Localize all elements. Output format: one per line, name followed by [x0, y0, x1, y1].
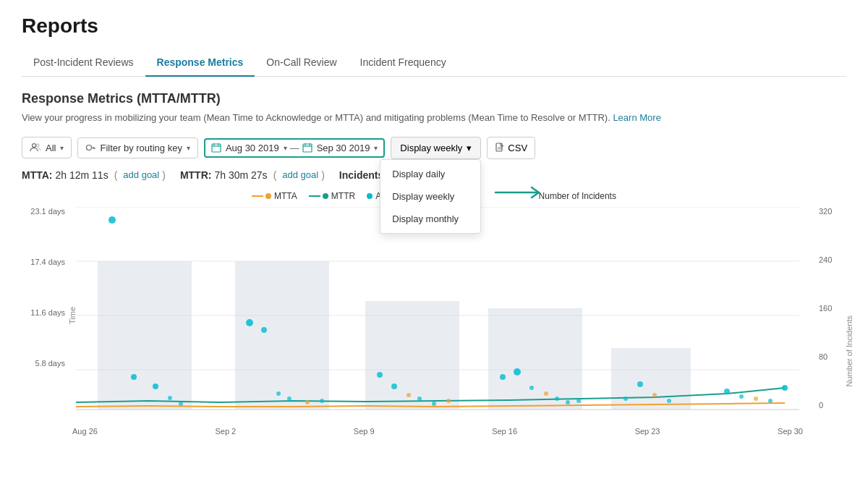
dot [624, 397, 628, 401]
team-filter-chevron: ▾ [60, 144, 64, 152]
bar-sep23 [611, 348, 691, 410]
mtta-value: 2h 12m 11s [56, 169, 109, 181]
svg-point-2 [87, 145, 92, 151]
date-range-group: Aug 30 2019 ▾ — Sep 30 2019 ▾ [204, 138, 385, 158]
bar-aug26 [98, 261, 192, 410]
team-filter-dropdown[interactable]: All ▾ [22, 137, 72, 158]
dot [667, 399, 671, 403]
chart-svg [72, 207, 803, 424]
y-right-0: 320 [819, 207, 841, 216]
dot [246, 319, 253, 326]
calendar-start-icon [211, 143, 221, 153]
tab-post-incident[interactable]: Post-Incident Reviews [22, 49, 145, 76]
tab-on-call[interactable]: On-Call Review [255, 49, 348, 76]
dot [555, 397, 559, 401]
svg-rect-4 [303, 144, 312, 152]
y-right-4: 0 [819, 401, 841, 410]
svg-point-1 [36, 144, 39, 147]
section-title: Response Metrics (MTTA/MTTR) [22, 91, 846, 106]
dot [320, 399, 324, 403]
date-start-picker[interactable]: Aug 30 2019 ▾ [211, 143, 287, 153]
learn-more-link[interactable]: Learn More [613, 112, 660, 123]
legend-mtta: MTTA [252, 191, 297, 201]
dot [576, 399, 581, 403]
csv-icon [495, 143, 505, 153]
dot [287, 397, 292, 401]
calendar-end-icon [302, 143, 312, 153]
mttr-add-goal[interactable]: add goal [282, 169, 318, 180]
display-monthly-option[interactable]: Display monthly [380, 208, 480, 230]
y-right-1: 240 [819, 255, 841, 264]
key-icon [85, 143, 95, 153]
dot [768, 399, 773, 403]
routing-key-chevron: ▾ [187, 144, 190, 152]
dot [514, 368, 521, 376]
dot [261, 327, 267, 333]
legend-incidents-label: Number of Incidents [539, 191, 616, 201]
bar-sep2 [235, 261, 329, 410]
y-right-2: 160 [819, 304, 841, 313]
mtta-label: MTTA: [22, 169, 53, 181]
dot [566, 400, 570, 404]
mtta-metric: MTTA: 2h 12m 11s (add goal) [22, 169, 166, 181]
csv-btn-label: CSV [508, 143, 527, 153]
mtta-add-goal[interactable]: add goal [123, 169, 159, 180]
svg-point-0 [33, 144, 36, 148]
y-left-2: 11.6 days [26, 308, 65, 317]
x-label-sep9: Sep 9 [354, 427, 375, 436]
team-icon [30, 142, 41, 153]
dot-orange [305, 400, 310, 404]
dot [377, 372, 383, 378]
y-axis-right: 320 240 160 80 0 [814, 207, 841, 410]
date-end-chevron: ▾ [374, 144, 378, 152]
controls-row: All ▾ Filter by routing key ▾ Aug 30 201… [22, 137, 846, 159]
dot [739, 394, 744, 399]
date-start-chevron: ▾ [284, 144, 287, 152]
y-left-0: 23.1 days [26, 207, 65, 216]
dot [153, 383, 158, 389]
mttr-metric: MTTR: 7h 30m 27s (add goal) [180, 169, 325, 181]
date-end-picker[interactable]: Sep 30 2019 ▾ [302, 143, 378, 153]
dot [131, 374, 137, 380]
display-weekly-button[interactable]: Display weekly ▾ [391, 137, 481, 159]
y-right-3: 80 [819, 352, 841, 361]
csv-button[interactable]: CSV [487, 137, 535, 159]
tab-response-metrics[interactable]: Response Metrics [145, 49, 255, 77]
dot [391, 383, 397, 389]
legend-mttr: MTTR [309, 191, 355, 201]
section-description: View your progress in mobilizing your te… [22, 111, 846, 125]
y-left-3: 5.8 days [26, 359, 65, 368]
y-axis-right-label: Number of Incidents [846, 315, 854, 386]
x-axis: Aug 26 Sep 2 Sep 9 Sep 16 Sep 23 Sep 30 [72, 427, 803, 436]
display-daily-option[interactable]: Display daily [380, 163, 480, 185]
arrow-indicator [492, 184, 550, 201]
tab-incident-frequency[interactable]: Incident Frequency [349, 49, 458, 76]
tabs-nav: Post-Incident Reviews Response Metrics O… [22, 49, 846, 77]
y-axis-left: 23.1 days 17.4 days 11.6 days 5.8 days [26, 207, 69, 410]
dot [724, 389, 730, 394]
page-title: Reports [22, 14, 846, 38]
legend-incidents: Number of Incidents [539, 191, 616, 201]
svg-rect-5 [496, 143, 502, 151]
display-dropdown-container: Display weekly ▾ Display daily Display w… [391, 137, 481, 159]
dot [500, 374, 506, 380]
display-weekly-option[interactable]: Display weekly [380, 185, 480, 208]
routing-key-filter[interactable]: Filter by routing key ▾ [77, 137, 197, 158]
dot-orange [544, 391, 548, 396]
mttr-label: MTTR: [180, 169, 212, 181]
x-label-aug26: Aug 26 [72, 427, 98, 436]
mttr-value: 7h 30m 27s [214, 169, 267, 181]
dot [276, 391, 281, 396]
svg-rect-3 [212, 144, 221, 152]
y-axis-left-label: Time [68, 306, 77, 323]
display-btn-label: Display weekly [400, 143, 462, 153]
dot [179, 402, 183, 406]
dot-orange [407, 393, 411, 397]
display-btn-chevron: ▾ [467, 143, 472, 153]
chart-wrapper: 23.1 days 17.4 days 11.6 days 5.8 days T… [22, 207, 846, 436]
bar-sep16 [488, 308, 582, 410]
team-filter-value: All [46, 143, 56, 153]
dot [637, 381, 643, 387]
routing-key-placeholder: Filter by routing key [100, 143, 182, 153]
x-label-sep2: Sep 2 [215, 427, 236, 436]
